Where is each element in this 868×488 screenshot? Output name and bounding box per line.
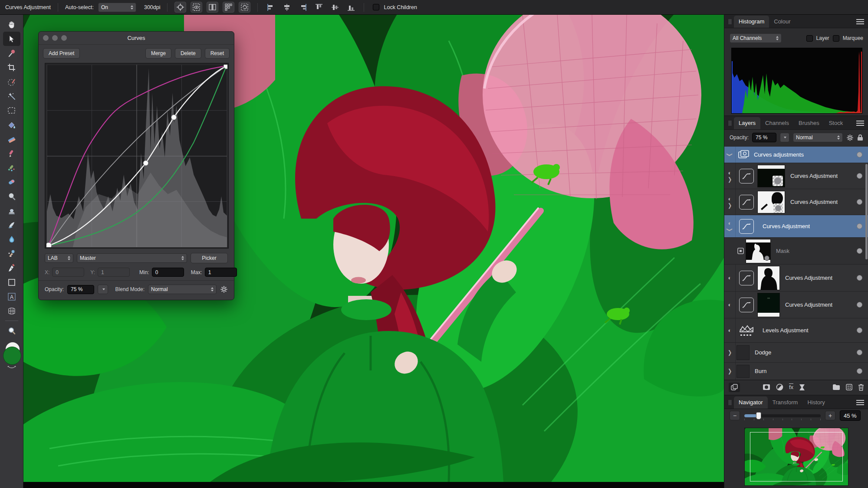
layer-row[interactable]: ◐ Curves Adjustment bbox=[724, 291, 868, 318]
panel-grip[interactable] bbox=[727, 119, 733, 127]
layer-row[interactable]: ◐❯ Curves Adjustment bbox=[724, 163, 868, 189]
layer-visibility-dot[interactable] bbox=[857, 223, 862, 229]
align-top-button[interactable] bbox=[313, 2, 325, 13]
layer-visibility-dot[interactable] bbox=[857, 302, 862, 308]
auto-select-dropdown[interactable]: On bbox=[98, 3, 136, 12]
pixel-tool[interactable] bbox=[3, 160, 20, 175]
blur-tool[interactable] bbox=[3, 232, 20, 246]
live-filter-button[interactable] bbox=[799, 384, 805, 391]
flood-fill-tool[interactable] bbox=[3, 118, 20, 132]
align-middle-v-button[interactable] bbox=[329, 2, 341, 13]
clone-tool[interactable] bbox=[3, 203, 20, 218]
zoom-tool[interactable] bbox=[3, 324, 20, 338]
adjustment-button[interactable] bbox=[776, 383, 783, 391]
crop-tool[interactable] bbox=[3, 60, 20, 75]
curves-dialog-titlebar[interactable]: Curves bbox=[39, 32, 234, 45]
layer-visibility-dot[interactable] bbox=[857, 199, 862, 205]
picker-button[interactable]: Picker bbox=[191, 253, 228, 263]
transform-origin-button[interactable] bbox=[174, 2, 186, 13]
min-field[interactable]: 0 bbox=[152, 268, 184, 277]
tab-history[interactable]: History bbox=[802, 396, 829, 409]
merge-button[interactable]: Merge bbox=[145, 48, 171, 59]
panel-grip[interactable] bbox=[727, 18, 733, 26]
layer-visibility-dot[interactable] bbox=[857, 152, 862, 157]
hide-selection-button[interactable] bbox=[191, 2, 202, 13]
tab-layers[interactable]: Layers bbox=[734, 117, 760, 129]
align-bottom-button[interactable] bbox=[345, 2, 357, 13]
channels-dropdown[interactable]: All Channels bbox=[730, 33, 782, 43]
delete-button[interactable]: Delete bbox=[175, 48, 201, 59]
text-tool[interactable]: A bbox=[3, 289, 20, 304]
delete-layer-button[interactable] bbox=[858, 384, 864, 391]
layer-visibility-dot[interactable] bbox=[857, 350, 862, 355]
curve-node-start[interactable] bbox=[46, 242, 52, 247]
flood-select-tool[interactable] bbox=[3, 89, 20, 103]
layers-scrollbar[interactable] bbox=[865, 164, 868, 259]
layer-visibility-dot[interactable] bbox=[857, 275, 862, 281]
layers-blend-dropdown[interactable]: Normal bbox=[793, 133, 843, 142]
chevron-right-icon[interactable]: ❯ bbox=[728, 349, 732, 356]
zoom-out-button[interactable]: − bbox=[730, 411, 740, 420]
blend-mode-dropdown[interactable]: Normal bbox=[148, 285, 217, 294]
chevron-right-icon[interactable]: ❯ bbox=[728, 176, 732, 183]
chevron-right-icon[interactable]: ❯ bbox=[728, 368, 732, 375]
panel-menu-icon[interactable] bbox=[856, 19, 864, 24]
mask-layer-button[interactable] bbox=[763, 384, 770, 390]
zoom-in-button[interactable]: + bbox=[825, 411, 835, 420]
layer-visibility-dot[interactable] bbox=[857, 328, 862, 333]
primary-colour-swatch[interactable] bbox=[3, 347, 21, 365]
cycle-selection-button[interactable] bbox=[239, 2, 250, 13]
navigator-thumbnail[interactable] bbox=[744, 428, 848, 486]
layer-effects-button[interactable]: fx bbox=[789, 383, 793, 390]
layer-visibility-dot[interactable] bbox=[857, 173, 862, 179]
window-zoom-button[interactable] bbox=[61, 35, 67, 41]
mask-link-icon[interactable] bbox=[737, 248, 744, 254]
layer-row[interactable]: ◐ Levels Adjustment bbox=[724, 318, 868, 343]
curve-node-mid1[interactable] bbox=[143, 160, 148, 166]
curves-graph[interactable] bbox=[45, 63, 229, 249]
row-gutter[interactable]: ❯ bbox=[724, 363, 736, 380]
row-gutter[interactable]: ◐❯ bbox=[724, 163, 736, 189]
window-minimize-button[interactable] bbox=[52, 35, 58, 41]
lock-children-checkbox[interactable] bbox=[373, 4, 379, 10]
move-tool[interactable] bbox=[3, 32, 20, 46]
window-close-button[interactable] bbox=[43, 35, 49, 41]
row-gutter[interactable]: ❯ bbox=[724, 343, 736, 362]
marquee-checkbox[interactable] bbox=[833, 35, 839, 42]
curve-node-mid2[interactable] bbox=[171, 115, 177, 120]
colorspace-dropdown[interactable]: LAB bbox=[45, 253, 73, 263]
group-layers-button[interactable] bbox=[832, 384, 840, 390]
row-gutter[interactable]: ❯ bbox=[724, 147, 736, 163]
chevron-down-icon[interactable]: ❯ bbox=[727, 227, 733, 231]
layer-visibility-dot[interactable] bbox=[857, 248, 862, 254]
layer-thumbnail[interactable] bbox=[757, 165, 785, 187]
navigator-viewport-rect[interactable] bbox=[750, 432, 843, 481]
tab-histogram[interactable]: Histogram bbox=[734, 16, 769, 28]
lock-icon[interactable] bbox=[857, 134, 863, 141]
layer-checkbox[interactable] bbox=[806, 35, 813, 42]
layer-thumbnail[interactable] bbox=[757, 293, 780, 317]
colour-picker-tool[interactable] bbox=[3, 46, 20, 60]
snapping-button[interactable] bbox=[223, 2, 234, 13]
paint-brush-tool[interactable] bbox=[3, 146, 20, 160]
mask-row[interactable]: Mask bbox=[724, 238, 868, 265]
layer-row[interactable]: ◐ Curves Adjustment bbox=[724, 265, 868, 291]
row-gutter[interactable]: ◐❯ bbox=[724, 215, 736, 237]
chevron-right-icon[interactable]: ❯ bbox=[728, 202, 732, 209]
duplicate-layer-button[interactable] bbox=[729, 383, 740, 392]
chevron-down-icon[interactable]: ❯ bbox=[727, 153, 733, 157]
layers-opacity-field[interactable]: 75 % bbox=[752, 133, 776, 142]
swap-colours-icon[interactable] bbox=[7, 366, 16, 370]
mesh-warp-tool[interactable] bbox=[3, 304, 20, 318]
panel-menu-icon[interactable] bbox=[856, 121, 864, 126]
layer-row[interactable]: ❯ Burn bbox=[724, 363, 868, 380]
rectangle-tool[interactable] bbox=[3, 275, 20, 289]
tab-colour[interactable]: Colour bbox=[769, 16, 795, 28]
panel-menu-icon[interactable] bbox=[856, 400, 864, 405]
panel-grip[interactable] bbox=[727, 399, 733, 406]
max-field[interactable]: 1 bbox=[205, 268, 237, 277]
gradient-tool[interactable] bbox=[3, 132, 20, 146]
mask-thumbnail[interactable] bbox=[746, 239, 771, 263]
tab-navigator[interactable]: Navigator bbox=[734, 396, 768, 409]
layer-thumbnail[interactable] bbox=[757, 191, 785, 213]
